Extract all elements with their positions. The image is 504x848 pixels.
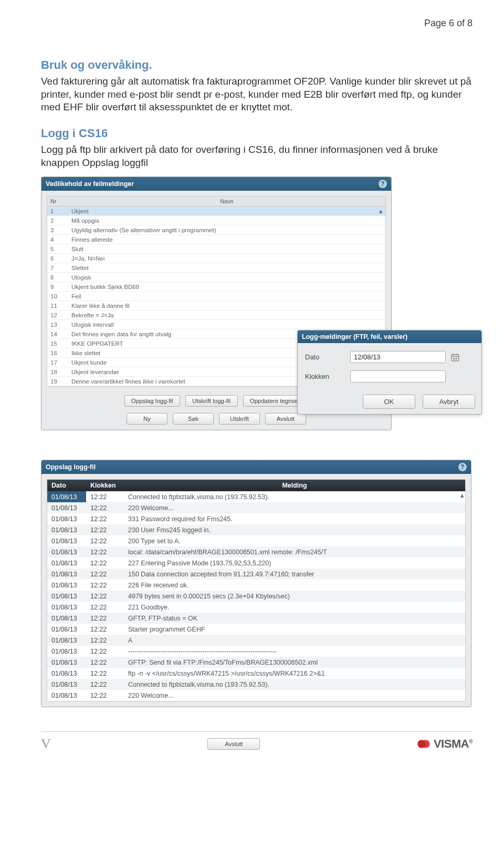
- cell-klokken: 12:22: [86, 591, 124, 602]
- table-row[interactable]: 8Ulogisk: [47, 273, 385, 282]
- calendar-icon[interactable]: [450, 353, 460, 362]
- cell-klokken: 12:22: [86, 646, 124, 657]
- table-row[interactable]: 11Klarer ikke å danne fil: [47, 301, 385, 311]
- table-row[interactable]: 5Slutt: [47, 244, 385, 254]
- help-icon[interactable]: ?: [379, 180, 387, 188]
- cell-dato: 01/08/13: [47, 491, 86, 502]
- dato-input[interactable]: [350, 351, 446, 363]
- ny-button[interactable]: Ny: [127, 413, 167, 425]
- ok-button[interactable]: OK: [363, 395, 415, 409]
- cell-melding: local: /data/cam/bra/ehf/BRAGE1300006501…: [124, 546, 465, 557]
- cell-dato: 01/08/13: [47, 546, 86, 557]
- cell-melding: ftp -n -v </usr/cs/cssys/WRK47215 >/usr/…: [124, 668, 465, 679]
- cell-navn: Slettet: [68, 263, 385, 272]
- cell-melding: 220 Welcome...: [124, 690, 465, 701]
- avbryt-button[interactable]: Avbryt: [423, 395, 475, 409]
- cell-dato: 01/08/13: [47, 524, 86, 535]
- cell-klokken: 12:22: [86, 546, 124, 557]
- col-melding: Melding: [124, 480, 465, 491]
- table-row[interactable]: 13Ulogisk intervall: [47, 320, 385, 329]
- cell-nr: 9: [47, 282, 68, 291]
- cell-navn: Ugyldig alternativ (Se alternativer angi…: [68, 225, 385, 234]
- cell-dato: 01/08/13: [47, 580, 86, 591]
- cell-dato: 01/08/13: [47, 613, 86, 624]
- table-row[interactable]: 2Må oppgis: [47, 216, 385, 225]
- cell-dato: 01/08/13: [47, 668, 86, 679]
- scroll-up-icon[interactable]: ▴: [460, 491, 464, 499]
- table-row[interactable]: 01/08/1312:22150 Data connection accepte…: [47, 568, 465, 580]
- table-row[interactable]: 01/08/1312:22227 Entering Passive Mode (…: [47, 557, 465, 568]
- table-row[interactable]: 01/08/1312:22200 Type set to A.: [47, 535, 465, 546]
- cell-melding: Connected to ftpbiztalk.visma.no (193.75…: [124, 679, 465, 690]
- klokken-input[interactable]: [350, 370, 446, 382]
- dialog-titlebar-small: Logg-meldinger (FTP, feil, varsler): [298, 330, 481, 343]
- sok-button[interactable]: Søk: [173, 413, 214, 425]
- cell-melding: 331 Password required for Fms245.: [124, 513, 465, 524]
- page-number: Page 6 of 8: [41, 18, 472, 29]
- table-row[interactable]: 01/08/1312:22331 Password required for F…: [47, 513, 465, 524]
- utskrift-button[interactable]: Utskrift: [219, 413, 260, 425]
- visma-logo: VISMA®: [417, 737, 472, 751]
- dialog2-title: Oppslag logg-fil: [46, 463, 96, 471]
- cell-nr: 14: [47, 329, 68, 338]
- table-row[interactable]: 01/08/1312:22A: [47, 635, 465, 646]
- dialog2-titlebar: Oppslag logg-fil ?: [41, 460, 471, 474]
- cell-nr: 2: [47, 216, 68, 225]
- cell-nr: 19: [47, 377, 68, 386]
- table-row[interactable]: 1Ukjent: [47, 206, 385, 216]
- table-row[interactable]: 01/08/1312:22221 Goodbye.: [47, 602, 465, 613]
- cell-dato: 01/08/13: [47, 635, 86, 646]
- cell-klokken: 12:22: [86, 491, 124, 502]
- visma-logo-text: VISMA®: [434, 737, 472, 751]
- table-row[interactable]: 3Ugyldig alternativ (Se alternativer ang…: [47, 225, 385, 235]
- table-row[interactable]: 01/08/1312:22230 User Fms245 logged in.: [47, 524, 465, 535]
- table-row[interactable]: 01/08/1312:22local: /data/cam/bra/ehf/BR…: [47, 546, 465, 557]
- table-row[interactable]: 12Bekrefte = J=Ja: [47, 311, 385, 320]
- cell-nr: 7: [47, 263, 68, 272]
- cell-navn: Klarer ikke å danne fil: [68, 301, 385, 310]
- cell-melding: A: [124, 635, 465, 646]
- avslutt-button-footer[interactable]: Avslutt: [207, 738, 260, 750]
- table-row[interactable]: 01/08/1312:22Starter programmet GEHF: [47, 624, 465, 635]
- cell-klokken: 12:22: [86, 524, 124, 535]
- cell-klokken: 12:22: [86, 635, 124, 646]
- cell-dato: 01/08/13: [47, 624, 86, 635]
- col-klokken: Klokken: [86, 480, 124, 491]
- table-row[interactable]: 01/08/1312:22Connected to ftpbiztalk.vis…: [47, 491, 465, 502]
- table-row[interactable]: 9Ukjent butikk Sjekk BD68: [47, 282, 385, 292]
- heading-bruk: Bruk og overvåking.: [41, 58, 472, 72]
- cell-navn: Ulogisk: [68, 273, 385, 282]
- table-row[interactable]: 01/08/1312:22GFTP, FTP-status = OK: [47, 613, 465, 624]
- cell-navn: Ulogisk intervall: [68, 320, 385, 329]
- cell-klokken: 12:22: [86, 690, 124, 701]
- table-row[interactable]: 7Slettet: [47, 263, 385, 273]
- cell-navn: Må oppgis: [68, 216, 385, 225]
- table-row[interactable]: 01/08/1312:22226 File received ok.: [47, 580, 465, 591]
- table-row[interactable]: 01/08/1312:22ftp -n -v </usr/cs/cssys/WR…: [47, 668, 465, 679]
- dialog-loggmeldinger: Logg-meldinger (FTP, feil, varsler) Dato: [297, 330, 482, 415]
- table-row[interactable]: 01/08/1312:22220 Welcome...: [47, 502, 465, 513]
- table-row[interactable]: 10Feil: [47, 292, 385, 301]
- cell-nr: 13: [47, 320, 68, 329]
- avslutt-button[interactable]: Avslutt: [265, 413, 306, 425]
- table-row[interactable]: 01/08/1312:22Connected to ftpbiztalk.vis…: [47, 679, 465, 690]
- cell-klokken: 12:22: [86, 613, 124, 624]
- oppslag-loggfil-button[interactable]: Oppslag logg-fil: [124, 395, 180, 407]
- cell-nr: 18: [47, 367, 68, 376]
- cell-melding: 150 Data connection accepted from 91.123…: [124, 568, 465, 580]
- cell-dato: 01/08/13: [47, 535, 86, 546]
- scroll-up-icon[interactable]: ▴: [377, 207, 384, 215]
- cell-klokken: 12:22: [86, 624, 124, 635]
- table-row[interactable]: 01/08/1312:224979 bytes sent in 0.000215…: [47, 591, 465, 602]
- cell-nr: 3: [47, 225, 68, 234]
- cell-navn: Ukjent butikk Sjekk BD68: [68, 282, 385, 291]
- table-row[interactable]: 4Finnes allerede: [47, 235, 385, 244]
- label-klokken: Klokken: [305, 373, 350, 380]
- table-row[interactable]: 01/08/1312:22---------------------------…: [47, 646, 465, 657]
- table-row[interactable]: 01/08/1312:22GFTP: Send fil via FTP:/Fms…: [47, 657, 465, 668]
- table-row[interactable]: 6J=Ja, N=Nei: [47, 254, 385, 263]
- help-icon[interactable]: ?: [458, 463, 467, 471]
- dialog-titlebar: Vedlikehold av feilmeldinger ?: [41, 177, 391, 191]
- utskrift-loggfil-button[interactable]: Utskrift logg-fil: [185, 395, 238, 407]
- table-row[interactable]: 01/08/1312:22220 Welcome...: [47, 690, 465, 701]
